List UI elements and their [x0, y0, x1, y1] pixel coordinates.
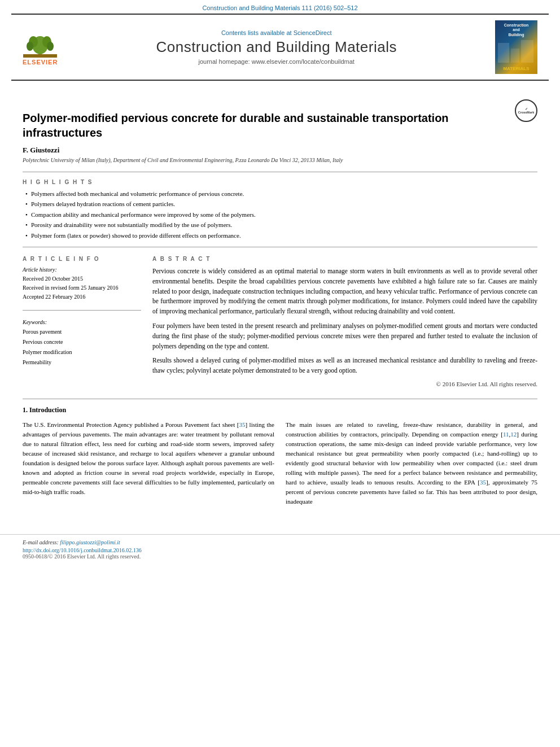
main-content: Polymer-modified pervious concrete for d… — [0, 81, 560, 523]
svg-point-4 — [27, 42, 33, 51]
cover-materials-text: MATERIALS — [503, 66, 529, 71]
intro-col-1: The U.S. Environmental Protection Agency… — [23, 420, 274, 511]
list-item: Polymers affected both mechanical and vo… — [25, 190, 537, 198]
revised-date: Received in revised form 25 January 2016 — [23, 283, 141, 292]
email-label: E-mail address: — [23, 539, 59, 545]
email-address[interactable]: filippo.giustozzi@polimi.it — [60, 539, 120, 545]
article-title: Polymer-modified pervious concrete for d… — [23, 111, 509, 140]
list-item: Porosity and drainability were not subst… — [25, 221, 537, 229]
journal-title: Construction and Building Materials — [63, 38, 489, 56]
info-abstract-section: A R T I C L E I N F O Article history: R… — [23, 256, 537, 387]
highlights-list: Polymers affected both mechanical and vo… — [23, 190, 537, 240]
highlights-section: H I G H L I G H T S Polymers affected bo… — [23, 179, 537, 240]
science-direct-link[interactable]: ScienceDirect — [294, 29, 332, 36]
journal-reference: Construction and Building Materials 111 … — [0, 0, 560, 14]
page: Construction and Building Materials 111 … — [0, 0, 560, 747]
article-history: Article history: Received 20 October 201… — [23, 267, 141, 302]
affiliation: Polytechnic University of Milan (Italy),… — [23, 157, 537, 163]
crossmark-icon: ✓ CrossMark — [515, 99, 537, 122]
crossmark-badge[interactable]: ✓ CrossMark — [515, 99, 537, 122]
footer-issn: 0950-0618/© 2016 Elsevier Ltd. All right… — [23, 553, 537, 560]
intro-para-1: The U.S. Environmental Protection Agency… — [23, 420, 274, 497]
list-item: Polymer form (latex or powder) showed to… — [25, 231, 537, 240]
received-date: Received 20 October 2015 — [23, 274, 141, 283]
svg-rect-9 — [521, 40, 533, 63]
keywords-label: Keywords: — [23, 319, 141, 325]
cover-decoration — [495, 37, 537, 65]
divider-info — [23, 310, 141, 311]
list-item: Polymers delayed hydration reactions of … — [25, 200, 537, 208]
intro-section-title: 1. Introduction — [23, 406, 537, 414]
divider-3 — [23, 399, 537, 399]
footer: E-mail address: filippo.giustozzi@polimi… — [0, 534, 560, 560]
ref-35[interactable]: 35 — [239, 421, 245, 428]
keyword-item: Pervious concrete — [23, 337, 141, 347]
journal-homepage: journal homepage: www.elsevier.com/locat… — [63, 58, 489, 65]
history-label: Article history: — [23, 267, 141, 273]
footer-email: E-mail address: filippo.giustozzi@polimi… — [23, 539, 537, 545]
list-item: Compaction ability and mechanical perfor… — [25, 211, 537, 219]
footer-doi[interactable]: http://dx.doi.org/10.1016/j.conbuildmat.… — [23, 547, 537, 553]
journal-center-info: Contents lists available at ScienceDirec… — [58, 29, 495, 65]
intro-para-2: The main issues are related to raveling,… — [286, 420, 537, 506]
svg-rect-8 — [511, 49, 519, 63]
divider-2 — [23, 247, 537, 247]
accepted-date: Accepted 22 February 2016 — [23, 292, 141, 302]
journal-cover-image: ConstructionandBuilding MATERIALS — [495, 20, 537, 74]
journal-header: ELSEVIER Contents lists available at Sci… — [11, 14, 549, 81]
elsevier-wordmark: ELSEVIER — [23, 59, 58, 65]
abstract-heading: A B S T R A C T — [152, 256, 537, 262]
article-info-heading: A R T I C L E I N F O — [23, 256, 141, 262]
svg-rect-7 — [498, 43, 509, 63]
keyword-item: Permeability — [23, 357, 141, 368]
keywords-list: Porous pavement Pervious concrete Polyme… — [23, 327, 141, 368]
science-direct-text: Contents lists available at ScienceDirec… — [63, 29, 489, 36]
intro-col-2: The main issues are related to raveling,… — [286, 420, 537, 511]
keyword-item: Porous pavement — [23, 327, 141, 337]
ref-35b[interactable]: 35 — [480, 479, 486, 486]
copyright: © 2016 Elsevier Ltd. All rights reserved… — [152, 381, 537, 387]
abstract-col: A B S T R A C T Pervious concrete is wid… — [152, 256, 537, 387]
abstract-para-2: Four polymers have been tested in the pr… — [152, 321, 537, 351]
title-area: Polymer-modified pervious concrete for d… — [23, 99, 537, 146]
keyword-item: Polymer modification — [23, 347, 141, 357]
elsevier-logo: ELSEVIER — [23, 29, 58, 65]
highlights-heading: H I G H L I G H T S — [23, 179, 537, 185]
introduction-columns: The U.S. Environmental Protection Agency… — [23, 420, 537, 511]
article-info-col: A R T I C L E I N F O Article history: R… — [23, 256, 141, 387]
author-name: F. Giustozzi — [23, 146, 537, 155]
introduction-section: 1. Introduction The U.S. Environmental P… — [23, 406, 537, 511]
ref-12[interactable]: 12 — [510, 431, 517, 438]
divider-1 — [23, 172, 537, 172]
abstract-text: Pervious concrete is widely considered a… — [152, 267, 537, 376]
ref-11[interactable]: 11 — [503, 431, 509, 438]
svg-rect-6 — [23, 54, 57, 58]
keywords-block: Keywords: Porous pavement Pervious concr… — [23, 319, 141, 368]
elsevier-tree-icon — [23, 29, 57, 58]
abstract-para-3: Results showed a delayed curing of polym… — [152, 356, 537, 376]
svg-point-5 — [47, 42, 54, 51]
abstract-para-1: Pervious concrete is widely considered a… — [152, 267, 537, 317]
